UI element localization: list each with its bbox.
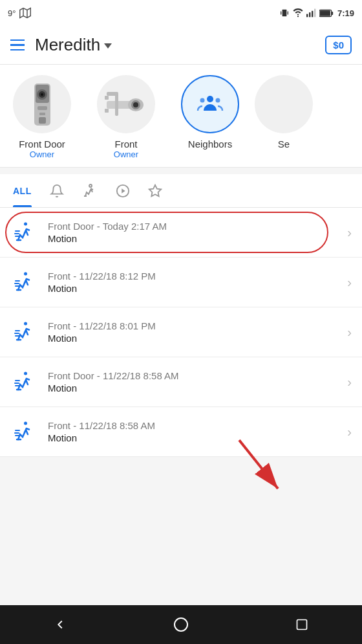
bottom-nav (0, 605, 362, 644)
chevron-right-4: › (347, 375, 352, 390)
svg-rect-7 (306, 14, 308, 17)
chevron-right-1: › (347, 225, 352, 240)
activity-info-3: Front - 11/22/18 8:01 PM Motion (48, 320, 342, 344)
svg-rect-5 (288, 11, 288, 14)
activity-title-3: Front - 11/22/18 8:01 PM (48, 320, 342, 331)
svg-point-6 (297, 16, 299, 17)
svg-point-25 (133, 102, 138, 107)
running-icon (82, 183, 98, 199)
header-left: Meredith (10, 35, 112, 55)
activity-title-1: Front Door - Today 2:17 AM (48, 221, 342, 232)
activity-info-4: Front Door - 11/22/18 8:58 AM Motion (48, 370, 342, 394)
battery-icon (319, 9, 334, 17)
recent-square-icon (295, 618, 308, 631)
svg-point-18 (41, 93, 43, 96)
header-title-area[interactable]: Meredith (35, 35, 112, 55)
tab-all[interactable]: ALL (13, 174, 32, 207)
device-front[interactable]: Front Owner (84, 75, 168, 159)
device-front-door-name: Front Door (19, 139, 65, 150)
nav-back-button[interactable] (41, 612, 80, 638)
svg-point-33 (216, 98, 220, 103)
activity-type-1: Motion (48, 233, 342, 244)
maps-icon (19, 7, 31, 19)
signal-icon (306, 8, 317, 17)
activity-type-5: Motion (48, 432, 342, 443)
device-settings-name: Se (278, 139, 290, 150)
temperature: 9° (8, 8, 16, 18)
device-front-image (97, 75, 155, 133)
activity-info-5: Front - 11/22/18 8:58 AM Motion (48, 420, 342, 443)
device-carousel: Front Door Owner Front Owner (0, 65, 362, 168)
chevron-right-3: › (347, 325, 352, 340)
device-front-name: Front (114, 139, 137, 150)
activity-info-1: Front Door - Today 2:17 AM Motion (48, 221, 342, 244)
svg-rect-26 (105, 96, 109, 100)
svg-point-31 (207, 96, 213, 102)
activity-item-4[interactable]: Front Door - 11/22/18 8:58 AM Motion › (0, 357, 362, 407)
activity-type-3: Motion (48, 333, 342, 344)
device-front-door-role: Owner (30, 150, 54, 159)
status-icons (279, 8, 334, 18)
svg-rect-3 (282, 10, 287, 17)
dollar-badge-button[interactable]: $0 (325, 36, 352, 54)
device-neighbors-name: Neighbors (188, 139, 232, 150)
status-right: 7:19 (279, 8, 354, 18)
app-header: Meredith $0 (0, 26, 362, 65)
motion-running-icon-1 (14, 222, 35, 243)
device-front-door[interactable]: Front Door Owner (0, 75, 84, 159)
svg-rect-27 (105, 109, 109, 113)
menu-button[interactable] (10, 39, 25, 51)
svg-point-34 (89, 184, 92, 187)
svg-marker-0 (20, 8, 31, 18)
vibrate-icon (279, 8, 290, 18)
motion-icon-wrap-5 (10, 417, 39, 446)
tab-alerts[interactable] (50, 174, 64, 207)
chevron-right-5: › (347, 425, 352, 439)
filter-tabs: ALL (0, 174, 362, 208)
motion-icon-wrap-3 (10, 318, 39, 346)
activity-list: Front Door - Today 2:17 AM Motion › Fron… (0, 208, 362, 457)
activity-type-2: Motion (48, 283, 342, 294)
play-icon (116, 184, 130, 198)
tab-all-label: ALL (13, 186, 32, 196)
device-front-role: Owner (114, 150, 138, 159)
motion-icon-wrap-1 (10, 218, 39, 247)
motion-icon-wrap-4 (10, 368, 39, 396)
motion-running-icon-5 (14, 421, 35, 442)
svg-rect-19 (37, 106, 47, 110)
motion-running-icon-2 (14, 272, 35, 293)
motion-running-icon-3 (14, 322, 35, 342)
nav-recent-button[interactable] (282, 612, 321, 638)
activity-item-5[interactable]: Front - 11/22/18 8:58 AM Motion › (0, 407, 362, 457)
svg-rect-8 (309, 12, 310, 17)
activity-title-4: Front Door - 11/22/18 8:58 AM (48, 370, 342, 381)
nav-home-button[interactable] (162, 612, 200, 638)
time-display: 7:19 (337, 8, 354, 18)
dropdown-arrow-icon (104, 43, 112, 49)
activity-item-3[interactable]: Front - 11/22/18 8:01 PM Motion › (0, 307, 362, 357)
outdoor-camera-icon (103, 87, 149, 122)
device-neighbors[interactable]: Neighbors (168, 75, 252, 150)
tab-starred[interactable] (148, 174, 162, 207)
svg-rect-29 (107, 92, 118, 96)
wifi-icon (292, 8, 304, 17)
svg-rect-28 (115, 93, 118, 116)
device-neighbors-image (181, 75, 239, 133)
user-name: Meredith (35, 35, 100, 55)
tab-motion[interactable] (82, 174, 98, 207)
tab-video[interactable] (116, 174, 130, 207)
doorbell-camera-icon (28, 80, 57, 129)
activity-item-2[interactable]: Front - 11/22/18 8:12 PM Motion › (0, 258, 362, 307)
activity-item-1[interactable]: Front Door - Today 2:17 AM Motion › (0, 208, 362, 258)
svg-marker-38 (149, 184, 161, 195)
svg-rect-12 (320, 10, 330, 16)
activity-title-2: Front - 11/22/18 8:12 PM (48, 271, 342, 282)
activity-type-4: Motion (48, 383, 342, 394)
svg-rect-10 (314, 9, 315, 17)
svg-rect-20 (39, 113, 45, 115)
device-settings[interactable]: Se (252, 75, 315, 150)
home-circle-icon (173, 617, 189, 632)
motion-icon-wrap-2 (10, 268, 39, 296)
status-bar: 9° (0, 0, 362, 26)
svg-rect-21 (39, 117, 46, 124)
